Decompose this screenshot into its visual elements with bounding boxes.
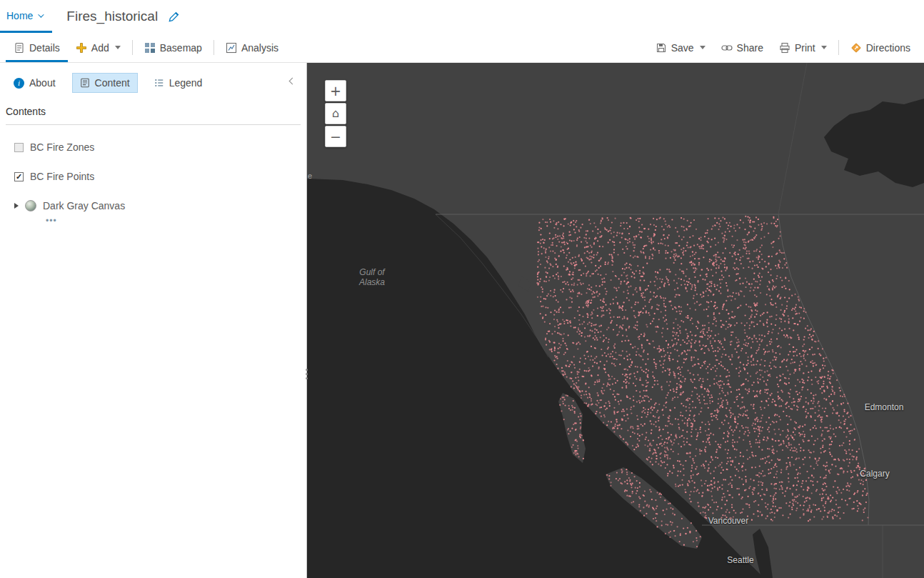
toolbar-left-group: Details Add Basemap Analysis — [6, 33, 286, 62]
expand-arrow-icon[interactable] — [14, 203, 19, 209]
tab-legend[interactable]: Legend — [146, 73, 211, 93]
home-menu[interactable]: Home — [0, 0, 52, 33]
add-layer-icon — [76, 42, 87, 54]
print-label: Print — [795, 42, 815, 54]
home-link-label: Home — [6, 10, 33, 21]
layer-checkbox[interactable] — [14, 172, 24, 181]
basemap-label: Basemap — [160, 42, 202, 54]
contents-heading: Contents — [6, 106, 306, 117]
divider — [6, 124, 301, 125]
print-caret-icon — [821, 46, 827, 49]
analysis-icon — [226, 42, 237, 54]
zoom-out-button[interactable]: − — [325, 126, 346, 147]
map-zoom-controls: + ⌂ − — [325, 80, 346, 147]
details-label: Details — [29, 42, 60, 54]
toolbar: Details Add Basemap Analysis — [0, 33, 924, 63]
directions-button[interactable]: Directions — [843, 33, 918, 62]
layer-checkbox[interactable] — [14, 143, 24, 152]
layer-row-bc-fire-points[interactable]: BC Fire Points — [14, 169, 306, 184]
tab-legend-label: Legend — [169, 77, 203, 89]
toolbar-separator — [214, 40, 214, 55]
add-label: Add — [91, 42, 109, 54]
tab-about-label: About — [29, 77, 56, 89]
app-header: Home Fires_historical — [0, 0, 924, 33]
analysis-button[interactable]: Analysis — [218, 33, 286, 62]
layer-label: BC Fire Zones — [30, 141, 94, 153]
directions-icon — [850, 42, 862, 54]
save-caret-icon — [700, 46, 705, 49]
share-button[interactable]: Share — [713, 33, 771, 62]
chevron-down-icon — [39, 11, 44, 17]
basemap-canvas — [307, 63, 924, 578]
toolbar-separator — [838, 40, 839, 55]
tab-content-label: Content — [95, 77, 130, 89]
layer-row-dark-gray-canvas[interactable]: Dark Gray Canvas — [14, 199, 306, 213]
tab-about[interactable]: About — [6, 73, 64, 93]
collapse-panel-icon[interactable] — [289, 78, 296, 85]
share-link-icon — [721, 42, 733, 54]
legend-icon — [154, 78, 164, 88]
tab-content[interactable]: Content — [72, 73, 138, 93]
add-button[interactable]: Add — [68, 33, 129, 62]
print-button[interactable]: Print — [771, 33, 835, 62]
directions-label: Directions — [866, 42, 910, 54]
share-label: Share — [737, 42, 763, 54]
page-title: Fires_historical — [66, 9, 158, 24]
basemap-grid-icon — [144, 42, 156, 54]
layer-label: Dark Gray Canvas — [43, 200, 125, 211]
panel-tabs: About Content Legend — [6, 71, 301, 94]
print-icon — [779, 42, 790, 54]
toolbar-right-group: Save Share Print Directions — [648, 33, 918, 62]
add-caret-icon — [115, 46, 121, 49]
zoom-in-button[interactable]: + — [325, 80, 346, 101]
save-icon — [656, 42, 667, 54]
basemap-button[interactable]: Basemap — [136, 33, 210, 62]
basemap-thumbnail-icon — [25, 200, 36, 211]
home-link[interactable]: Home — [6, 10, 42, 21]
info-icon — [14, 78, 24, 89]
layer-row-bc-fire-zones[interactable]: BC Fire Zones — [14, 140, 306, 154]
content-icon — [80, 78, 90, 88]
toolbar-separator — [132, 40, 133, 55]
layer-label: BC Fire Points — [30, 171, 94, 182]
map-area[interactable]: Gulf of Alaska e Edmonton Calgary Vancou… — [307, 63, 924, 578]
analysis-label: Analysis — [241, 42, 278, 54]
save-button[interactable]: Save — [648, 33, 713, 62]
details-panel: About Content Legend Contents BC Fire Zo… — [0, 63, 307, 578]
save-label: Save — [671, 42, 694, 54]
details-icon — [14, 42, 25, 54]
details-button[interactable]: Details — [6, 33, 68, 62]
panel-resize-handle[interactable] — [303, 363, 309, 384]
edit-title-icon[interactable] — [168, 11, 180, 23]
layer-options-ellipsis[interactable]: ••• — [46, 218, 306, 224]
home-extent-button[interactable]: ⌂ — [325, 103, 346, 124]
